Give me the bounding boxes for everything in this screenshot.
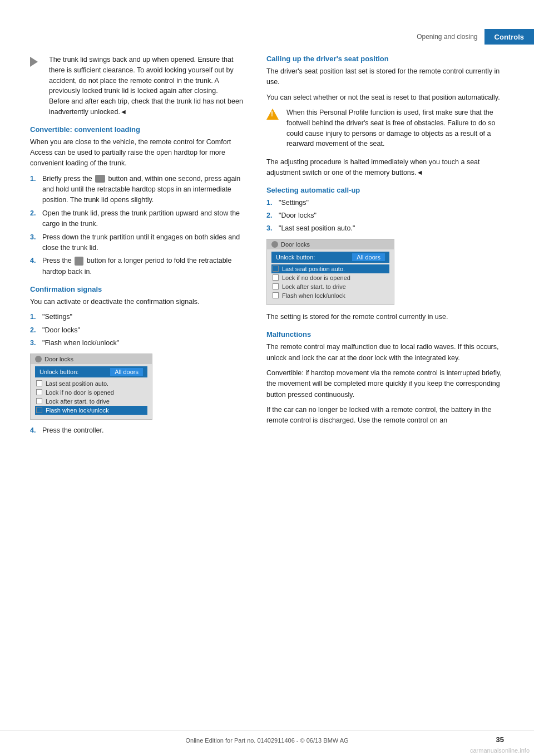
door-locks-screenshot-left: Door locks Unlock button: All doors Last… <box>30 354 152 420</box>
malfunction-para3: If the car can no longer be locked with … <box>266 405 504 426</box>
convertible-steps-list: 1. Briefly press the button and, within … <box>30 174 244 277</box>
trunk-note-text: The trunk lid swings back and up when op… <box>49 55 244 117</box>
checkbox-lock-after-start <box>36 398 42 404</box>
door-locks-body-left: Unlock button: All doors Last seat posit… <box>31 364 152 419</box>
list-item: 1. "Settings" <box>30 312 244 322</box>
warning-text: When this Personal Profile function is u… <box>286 107 504 149</box>
left-column: The trunk lid swings back and up when op… <box>30 55 258 723</box>
list-item: 2. Open the trunk lid, press the trunk p… <box>30 208 244 230</box>
malfunction-para2: Convertible: if hardtop movement via the… <box>266 368 504 400</box>
warning-box: ! When this Personal Profile function is… <box>266 107 504 149</box>
door-locks-titlebar: Door locks <box>31 354 152 364</box>
door-locks-screenshot-right: Door locks Unlock button: All doors Last… <box>266 239 394 305</box>
door-locks-small-icon <box>35 356 42 362</box>
list-item: 1. "Settings" <box>266 198 504 208</box>
main-content: The trunk lid swings back and up when op… <box>0 55 534 723</box>
door-locks-item: Lock if no door is opened <box>35 388 147 397</box>
right-column: Calling up the driver's seat position Th… <box>258 55 504 723</box>
footer: Online Edition for Part no. 01402911406 … <box>0 730 534 744</box>
door-locks-item-right: Flash when lock/unlock <box>271 291 389 300</box>
door-locks-titlebar-right: Door locks <box>267 239 394 249</box>
calling-para2: You can select whether or not the seat i… <box>266 92 504 103</box>
setting-stored-text: The setting is stored for the remote con… <box>266 312 504 322</box>
checkbox-flash-right <box>273 292 279 298</box>
adjusting-text: The adjusting procedure is halted immedi… <box>266 157 504 178</box>
list-item: 1. Briefly press the button and, within … <box>30 174 244 206</box>
checkbox-lock-after-start-right <box>273 283 279 289</box>
calling-title: Calling up the driver's seat position <box>266 55 504 63</box>
malfunction-para1: The remote control may malfunction due t… <box>266 342 504 364</box>
checkbox-lock-no-door <box>36 389 42 395</box>
list-item: 3. Press down the trunk partition until … <box>30 232 244 254</box>
selecting-steps-list: 1. "Settings" 2. "Door locks" 3. "Last s… <box>266 198 504 234</box>
trunk-note-box: The trunk lid swings back and up when op… <box>30 55 244 117</box>
list-item: 3. "Flash when lock/unlock" <box>30 338 244 348</box>
malfunctions-title: Malfunctions <box>266 330 504 338</box>
checkbox-last-seat <box>36 380 42 386</box>
checkbox-flash <box>36 407 42 413</box>
door-locks-unlock-row: Unlock button: All doors <box>35 366 147 377</box>
door-locks-item-right: Lock after start. to drive <box>271 282 389 291</box>
door-locks-body-right: Unlock button: All doors Last seat posit… <box>267 249 394 305</box>
convertible-title: Convertible: convenient loading <box>30 125 244 134</box>
door-locks-item-right: Lock if no door is opened <box>271 273 389 282</box>
door-locks-item: Last seat position auto. <box>35 379 147 388</box>
header-section-controls: Controls <box>484 29 534 45</box>
convertible-intro: When you are close to the vehicle, the r… <box>30 137 244 169</box>
list-item: 2. "Door locks" <box>266 210 504 221</box>
door-locks-small-icon-right <box>271 241 278 248</box>
footer-text: Online Edition for Part no. 01402911406 … <box>185 737 348 744</box>
calling-para1: The driver's seat position last set is s… <box>266 66 504 88</box>
confirmation-steps-list: 1. "Settings" 2. "Door locks" 3. "Flash … <box>30 312 244 348</box>
play-icon <box>30 55 44 69</box>
header-section-opening: Opening and closing <box>410 29 484 45</box>
checkbox-last-seat-right <box>273 266 279 272</box>
confirmation-intro: You can activate or deactivate the confi… <box>30 297 244 307</box>
door-locks-item-highlighted-right: Last seat position auto. <box>271 264 389 273</box>
door-locks-item-highlighted: Flash when lock/unlock <box>35 406 147 415</box>
checkbox-lock-no-door-right <box>273 274 279 281</box>
list-item: 4. Press the button for a longer period … <box>30 256 244 277</box>
door-locks-item: Lock after start. to drive <box>35 397 147 406</box>
warning-triangle-icon: ! <box>266 107 282 122</box>
list-item: 3. "Last seat position auto." <box>266 223 504 234</box>
list-item: 2. "Door locks" <box>30 325 244 336</box>
door-locks-unlock-row-right: Unlock button: All doors <box>271 252 389 263</box>
step4-row: 4. Press the controller. <box>30 426 244 434</box>
page-number: 35 <box>496 735 504 744</box>
selecting-title: Selecting automatic call-up <box>266 186 504 194</box>
watermark: carmanualsonline.info <box>466 745 534 756</box>
confirmation-title: Confirmation signals <box>30 285 244 293</box>
header-bar: Opening and closing Controls <box>267 29 534 45</box>
